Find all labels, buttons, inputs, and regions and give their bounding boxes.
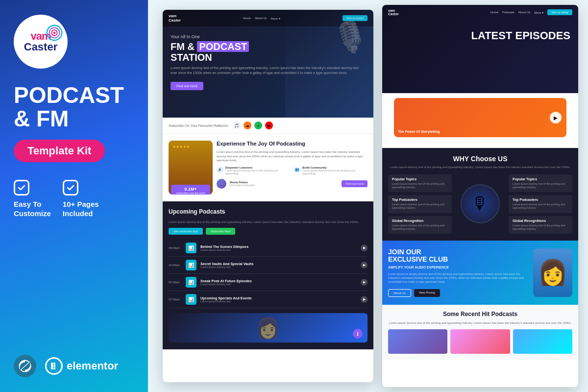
why-left-1: Popular Topics Lorem ipsum dummy text of… xyxy=(388,174,452,192)
podcast-name-1: Behind The Scenes Glimpses xyxy=(200,245,357,248)
stats-badge: 0.1M+ subscribers over the world xyxy=(171,185,210,195)
podcast-sub-2: Lorem ipsum dummy text xyxy=(200,266,357,269)
podcast-time-2: 10:00pm xyxy=(169,264,186,267)
mic-icon: 🎙 xyxy=(461,184,500,223)
experience-content: Experience The Joy Of Podcasting Lorem i… xyxy=(217,141,368,195)
why-left-col: Popular Topics Lorem ipsum dummy text of… xyxy=(388,174,452,234)
preview-right: vamCaster Home Podcasts About Us More ▾ … xyxy=(382,5,578,387)
play-btn[interactable]: ▶ xyxy=(550,112,562,123)
view-pricing-btn[interactable]: View Pricing xyxy=(414,289,440,297)
podcast-icon-3: 📊 xyxy=(186,277,196,288)
community-desc: Lorem ipsum dummy text of the printing a… xyxy=(302,169,368,175)
customize-label: Easy ToCustomize xyxy=(14,199,51,219)
podcasts-info: Upcoming Podcasts Lorem ipsum dummy text… xyxy=(169,208,368,235)
join-buttons: About Us View Pricing xyxy=(388,289,528,297)
platform-apple[interactable]: 🎵 xyxy=(233,122,241,129)
join-content: JOIN OUREXCLUSIVE CLUB AMPLIFY YOUR AUDI… xyxy=(388,248,528,297)
episode-image: The Power Of Storytelling xyxy=(394,98,566,137)
join-section: JOIN OUREXCLUSIVE CLUB AMPLIFY YOUR AUDI… xyxy=(382,241,578,305)
feature-pages: 10+ PagesIncluded xyxy=(63,180,99,219)
why-left-3: Global Recognition Lorem ipsum dummy tex… xyxy=(388,216,452,234)
recent-card-1 xyxy=(388,329,447,354)
why-right-col: Popular Topics Lorem ipsum dummy text of… xyxy=(509,174,572,234)
platform-youtube[interactable]: ▶ xyxy=(265,122,273,129)
podcast-play-4[interactable]: ▶ xyxy=(361,296,368,303)
feature-empower: 🔊 Empower Listeners Lorem ipsum dummy te… xyxy=(217,166,291,175)
episode-section: The Power Of Storytelling ▶ xyxy=(382,93,578,148)
join-club-btn[interactable]: Join exclusive club xyxy=(169,228,203,235)
pages-label: 10+ PagesIncluded xyxy=(63,199,99,219)
episode-card: The Power Of Storytelling ▶ xyxy=(394,98,566,137)
feature-community: 👥 Build Community Lorem ipsum dummy text… xyxy=(294,166,368,175)
main-title: PODCAST & FM xyxy=(14,83,124,131)
podcast-time-1: 08:00pm xyxy=(169,246,186,249)
why-grid: Popular Topics Lorem ipsum dummy text of… xyxy=(388,174,572,234)
features-row: Easy ToCustomize 10+ PagesIncluded xyxy=(14,180,134,219)
podcast-item-1: 08:00pm 📊 Behind The Scenes Glimpses Lor… xyxy=(169,240,368,257)
left-panel: vam Caster PODCAST & FM Template Kit xyxy=(0,0,148,392)
info-icon: ℹ xyxy=(353,329,363,339)
why-right-1: Popular Topics Lorem ipsum dummy text of… xyxy=(509,174,572,192)
why-center: 🎙 xyxy=(456,184,505,223)
recent-grid xyxy=(388,329,572,354)
why-section: WHY Choose US Lorem ipsum dummy text of … xyxy=(382,148,578,241)
elementor-text: elementor xyxy=(67,360,118,372)
podcasts-btns: Join exclusive club Subscribe Now xyxy=(169,228,368,235)
podcast-info-2: Secret Vaults And Special Vaults Lorem i… xyxy=(196,262,361,269)
elementor-logo: elementor xyxy=(45,357,118,375)
recent-card-3 xyxy=(513,329,572,354)
join-person: 👩 xyxy=(533,248,572,297)
logo-container: vam Caster xyxy=(14,15,68,69)
why-right-2: Top Podcasters Lorem ipsum dummy text of… xyxy=(509,195,572,213)
join-subtitle: AMPLIFY YOUR AUDIO EXPERIENCE xyxy=(388,266,528,269)
check-icon-pages xyxy=(63,180,78,196)
svg-rect-4 xyxy=(51,363,53,369)
find-more-btn[interactable]: Find out more xyxy=(342,180,368,187)
preview-center: vamCaster Home About Us Store ▾ Join us … xyxy=(163,10,373,382)
center-nav-logo: vamCaster xyxy=(169,14,181,23)
platform-spotify[interactable]: ♫ xyxy=(254,122,262,129)
podcast-time-3: 05:30pm xyxy=(169,281,186,284)
why-desc: Lorem ipsum dummy text of the printing a… xyxy=(388,166,572,169)
hero-cta-btn[interactable]: Find out more xyxy=(171,82,203,90)
podcast-play-2[interactable]: ▶ xyxy=(361,262,368,269)
podcast-info-3: Sneak Peek At Future Episodes Lorem ipsu… xyxy=(196,279,361,286)
podcast-item-4: 07:00pm 📊 Upcoming Specials And Events L… xyxy=(169,291,368,308)
platform-soundcloud[interactable]: ☁ xyxy=(244,122,251,129)
author-title: CEO And Co-founder xyxy=(229,184,255,187)
podcast-play-1[interactable]: ▶ xyxy=(361,245,368,251)
experience-image: ★★★★★ 0.1M+ subscribers over the world xyxy=(169,141,213,195)
recent-card-2 xyxy=(450,329,510,354)
elementor-icon xyxy=(45,357,63,375)
author-info: Jhone Peters CEO And Co-founder xyxy=(229,181,255,187)
podcast-item-3: 05:30pm 📊 Sneak Peek At Future Episodes … xyxy=(169,274,368,291)
podcast-time-4: 07:00pm xyxy=(169,298,186,301)
platforms-label: Subscribe On Your Favourite Platforms: xyxy=(169,124,229,127)
recent-title: Some Recent Hit Podcasts xyxy=(388,311,572,318)
podcast-icon-1: 📊 xyxy=(186,243,196,253)
podcast-icon-4: 📊 xyxy=(186,294,196,305)
subscribe-btn[interactable]: Subscribe Now xyxy=(206,228,235,235)
svg-rect-6 xyxy=(53,365,55,367)
about-us-btn[interactable]: About Us xyxy=(388,289,411,297)
right-nav-btn[interactable]: Join us today xyxy=(547,9,572,15)
center-hero: vamCaster Home About Us Store ▾ Join us … xyxy=(163,10,373,118)
podcast-sub-3: Lorem ipsum dummy text xyxy=(200,283,357,286)
podcast-name-4: Upcoming Specials And Events xyxy=(200,296,357,300)
right-nav: vamCaster Home Podcasts About Us More ▾ … xyxy=(382,5,578,20)
center-nav-links: Home About Us Store ▾ xyxy=(243,17,280,20)
author-avatar xyxy=(217,179,226,189)
hero-bg-image: 🎙️ xyxy=(285,10,373,118)
wordpress-logo xyxy=(14,355,36,377)
svg-rect-5 xyxy=(53,363,55,365)
community-icon: 👥 xyxy=(294,166,300,173)
podcast-play-3[interactable]: ▶ xyxy=(361,279,368,286)
podcasts-title: Upcoming Podcasts xyxy=(169,208,368,215)
join-title: JOIN OUREXCLUSIVE CLUB xyxy=(388,248,528,264)
platforms-bar: Subscribe On Your Favourite Platforms: 🎵… xyxy=(163,118,373,134)
episode-label: The Power Of Storytelling xyxy=(398,130,440,133)
why-title: WHY Choose US xyxy=(388,155,572,163)
podcasts-section: Upcoming Podcasts Lorem ipsum dummy text… xyxy=(163,201,373,349)
experience-title: Experience The Joy Of Podcasting xyxy=(217,141,368,147)
podcast-footer-image: 👩 ℹ xyxy=(169,313,368,343)
